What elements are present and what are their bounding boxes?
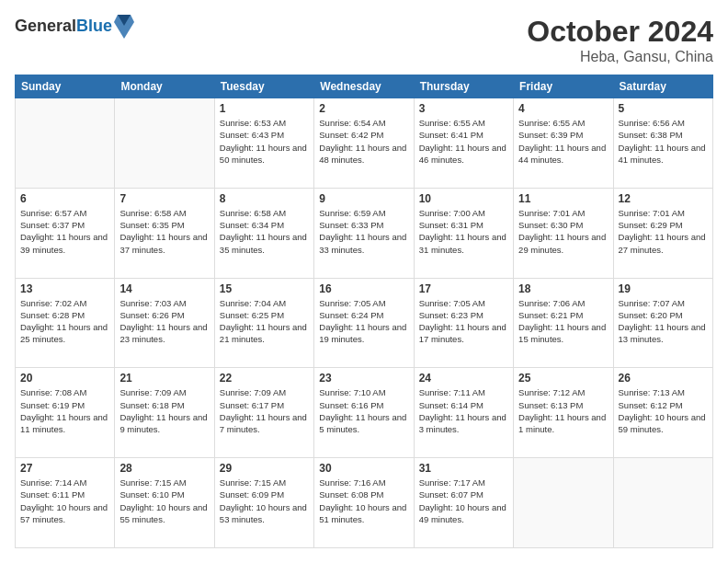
day-info: Sunrise: 7:04 AMSunset: 6:25 PMDaylight:… [220,297,309,346]
day-info: Sunrise: 7:01 AMSunset: 6:30 PMDaylight:… [518,207,608,256]
calendar-cell: 3Sunrise: 6:55 AMSunset: 6:41 PMDaylight… [414,98,513,189]
calendar-cell: 25Sunrise: 7:12 AMSunset: 6:13 PMDayligh… [514,368,613,458]
day-info: Sunrise: 7:15 AMSunset: 6:10 PMDaylight:… [119,477,209,525]
calendar-cell: 9Sunrise: 6:59 AMSunset: 6:33 PMDaylight… [314,188,414,278]
day-number: 13 [20,282,109,295]
day-info: Sunrise: 7:02 AMSunset: 6:28 PMDaylight:… [20,297,109,346]
logo-blue: Blue [76,17,112,35]
calendar-cell: 7Sunrise: 6:58 AMSunset: 6:35 PMDaylight… [115,188,214,278]
calendar-cell: 6Sunrise: 6:57 AMSunset: 6:37 PMDaylight… [16,188,115,278]
day-number: 17 [419,282,508,295]
day-number: 6 [20,192,109,205]
day-info: Sunrise: 6:53 AMSunset: 6:43 PMDaylight:… [220,117,309,166]
calendar-cell: 12Sunrise: 7:01 AMSunset: 6:29 PMDayligh… [613,188,712,278]
day-info: Sunrise: 7:17 AMSunset: 6:07 PMDaylight:… [419,477,508,525]
calendar-cell: 14Sunrise: 7:03 AMSunset: 6:26 PMDayligh… [115,278,214,368]
day-info: Sunrise: 7:11 AMSunset: 6:14 PMDaylight:… [419,386,508,435]
header-tuesday: Tuesday [214,75,313,98]
calendar-week-row: 6Sunrise: 6:57 AMSunset: 6:37 PMDaylight… [16,188,713,278]
day-number: 23 [319,372,408,385]
day-number: 22 [220,372,309,385]
day-number: 11 [518,192,608,205]
day-number: 14 [119,282,209,295]
calendar-cell: 31Sunrise: 7:17 AMSunset: 6:07 PMDayligh… [414,458,513,548]
calendar-cell: 1Sunrise: 6:53 AMSunset: 6:43 PMDaylight… [214,98,313,189]
logo: GeneralBlue [15,15,134,39]
day-info: Sunrise: 7:00 AMSunset: 6:31 PMDaylight:… [419,207,508,256]
calendar-cell: 26Sunrise: 7:13 AMSunset: 6:12 PMDayligh… [613,368,712,458]
calendar-cell: 30Sunrise: 7:16 AMSunset: 6:08 PMDayligh… [314,458,414,548]
day-number: 3 [419,102,508,115]
day-info: Sunrise: 6:54 AMSunset: 6:42 PMDaylight:… [319,117,408,166]
day-info: Sunrise: 7:05 AMSunset: 6:24 PMDaylight:… [319,297,408,346]
header-wednesday: Wednesday [314,75,414,98]
calendar-cell: 5Sunrise: 6:56 AMSunset: 6:38 PMDaylight… [613,98,712,189]
day-info: Sunrise: 7:14 AMSunset: 6:11 PMDaylight:… [20,477,109,525]
day-info: Sunrise: 7:13 AMSunset: 6:12 PMDaylight:… [619,386,708,435]
day-info: Sunrise: 6:58 AMSunset: 6:34 PMDaylight:… [220,207,309,256]
day-number: 15 [220,282,309,295]
day-number: 21 [119,372,209,385]
calendar: Sunday Monday Tuesday Wednesday Thursday… [15,75,713,548]
day-info: Sunrise: 7:09 AMSunset: 6:18 PMDaylight:… [119,386,209,435]
calendar-cell: 4Sunrise: 6:55 AMSunset: 6:39 PMDaylight… [514,98,613,189]
day-number: 8 [220,192,309,205]
calendar-cell: 23Sunrise: 7:10 AMSunset: 6:16 PMDayligh… [314,368,414,458]
header-friday: Friday [514,75,613,98]
header-monday: Monday [115,75,214,98]
day-info: Sunrise: 6:55 AMSunset: 6:41 PMDaylight:… [419,117,508,166]
day-number: 20 [20,372,109,385]
day-info: Sunrise: 7:03 AMSunset: 6:26 PMDaylight:… [119,297,209,346]
calendar-week-row: 1Sunrise: 6:53 AMSunset: 6:43 PMDaylight… [16,98,713,189]
day-number: 1 [220,102,309,115]
calendar-cell: 22Sunrise: 7:09 AMSunset: 6:17 PMDayligh… [214,368,313,458]
day-info: Sunrise: 7:15 AMSunset: 6:09 PMDaylight:… [220,477,309,525]
header-sunday: Sunday [16,75,115,98]
day-number: 2 [319,102,408,115]
day-number: 19 [619,282,708,295]
calendar-cell: 16Sunrise: 7:05 AMSunset: 6:24 PMDayligh… [314,278,414,368]
day-number: 28 [119,462,209,475]
day-number: 24 [419,372,508,385]
day-number: 16 [319,282,408,295]
logo-icon [114,15,134,39]
day-number: 27 [20,462,109,475]
calendar-cell: 24Sunrise: 7:11 AMSunset: 6:14 PMDayligh… [414,368,513,458]
calendar-cell: 19Sunrise: 7:07 AMSunset: 6:20 PMDayligh… [613,278,712,368]
calendar-cell: 8Sunrise: 6:58 AMSunset: 6:34 PMDaylight… [214,188,313,278]
day-info: Sunrise: 7:10 AMSunset: 6:16 PMDaylight:… [319,386,408,435]
day-info: Sunrise: 7:16 AMSunset: 6:08 PMDaylight:… [319,477,408,525]
calendar-week-row: 13Sunrise: 7:02 AMSunset: 6:28 PMDayligh… [16,278,713,368]
day-info: Sunrise: 6:55 AMSunset: 6:39 PMDaylight:… [518,117,608,166]
day-info: Sunrise: 6:58 AMSunset: 6:35 PMDaylight:… [119,207,209,256]
day-info: Sunrise: 6:59 AMSunset: 6:33 PMDaylight:… [319,207,408,256]
day-info: Sunrise: 7:01 AMSunset: 6:29 PMDaylight:… [619,207,708,256]
day-number: 29 [220,462,309,475]
day-number: 25 [518,372,608,385]
calendar-cell: 15Sunrise: 7:04 AMSunset: 6:25 PMDayligh… [214,278,313,368]
day-info: Sunrise: 6:57 AMSunset: 6:37 PMDaylight:… [20,207,109,256]
day-number: 9 [319,192,408,205]
day-info: Sunrise: 7:12 AMSunset: 6:13 PMDaylight:… [518,386,608,435]
day-info: Sunrise: 7:08 AMSunset: 6:19 PMDaylight:… [20,386,109,435]
day-number: 18 [518,282,608,295]
calendar-week-row: 20Sunrise: 7:08 AMSunset: 6:19 PMDayligh… [16,368,713,458]
calendar-cell [613,458,712,548]
calendar-cell [16,98,115,189]
month-title: October 2024 [527,15,713,49]
day-number: 4 [518,102,608,115]
calendar-cell: 20Sunrise: 7:08 AMSunset: 6:19 PMDayligh… [16,368,115,458]
calendar-cell: 18Sunrise: 7:06 AMSunset: 6:21 PMDayligh… [514,278,613,368]
day-number: 5 [619,102,708,115]
calendar-cell: 21Sunrise: 7:09 AMSunset: 6:18 PMDayligh… [115,368,214,458]
calendar-cell: 17Sunrise: 7:05 AMSunset: 6:23 PMDayligh… [414,278,513,368]
calendar-header-row: Sunday Monday Tuesday Wednesday Thursday… [16,75,713,98]
day-info: Sunrise: 6:56 AMSunset: 6:38 PMDaylight:… [619,117,708,166]
header-thursday: Thursday [414,75,513,98]
logo-general: General [15,17,76,35]
calendar-cell [514,458,613,548]
day-number: 10 [419,192,508,205]
calendar-cell: 2Sunrise: 6:54 AMSunset: 6:42 PMDaylight… [314,98,414,189]
calendar-cell [115,98,214,189]
day-number: 12 [619,192,708,205]
